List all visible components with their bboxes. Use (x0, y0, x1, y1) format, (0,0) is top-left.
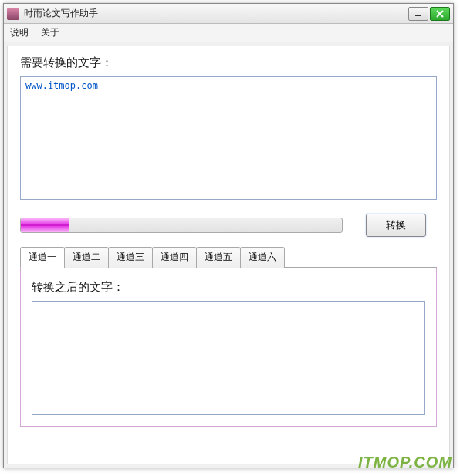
window-title: 时雨论文写作助手 (24, 7, 408, 20)
progress-bar (20, 218, 343, 233)
output-panel: 转换之后的文字： (20, 268, 437, 427)
tab-channel-6[interactable]: 通道六 (240, 247, 285, 268)
tab-channel-4[interactable]: 通道四 (152, 247, 197, 268)
minimize-button[interactable] (408, 7, 428, 21)
tab-channel-2[interactable]: 通道二 (64, 247, 109, 268)
titlebar[interactable]: 时雨论文写作助手 (4, 4, 453, 24)
close-button[interactable] (430, 7, 450, 21)
app-window: 时雨论文写作助手 说明 关于 需要转换的文字： 转换 通道一 通道二 通道三 通… (3, 3, 454, 468)
output-textarea[interactable] (32, 301, 425, 415)
tab-channel-3[interactable]: 通道三 (108, 247, 153, 268)
menu-item-about[interactable]: 关于 (41, 26, 59, 39)
tab-channel-1[interactable]: 通道一 (20, 247, 65, 268)
progress-row: 转换 (20, 214, 437, 237)
close-icon (436, 10, 444, 18)
output-label: 转换之后的文字： (32, 280, 425, 295)
menu-item-help[interactable]: 说明 (10, 26, 29, 39)
convert-button[interactable]: 转换 (366, 214, 426, 237)
menubar: 说明 关于 (4, 24, 453, 42)
input-label: 需要转换的文字： (20, 56, 437, 70)
minimize-icon (414, 11, 422, 17)
app-icon (7, 8, 19, 20)
tab-channel-5[interactable]: 通道五 (196, 247, 241, 268)
window-controls (408, 7, 450, 21)
tabs: 通道一 通道二 通道三 通道四 通道五 通道六 (20, 246, 437, 268)
input-textarea[interactable] (20, 76, 437, 200)
client-area: 需要转换的文字： 转换 通道一 通道二 通道三 通道四 通道五 通道六 转换之后… (7, 46, 450, 464)
progress-fill (21, 218, 69, 232)
